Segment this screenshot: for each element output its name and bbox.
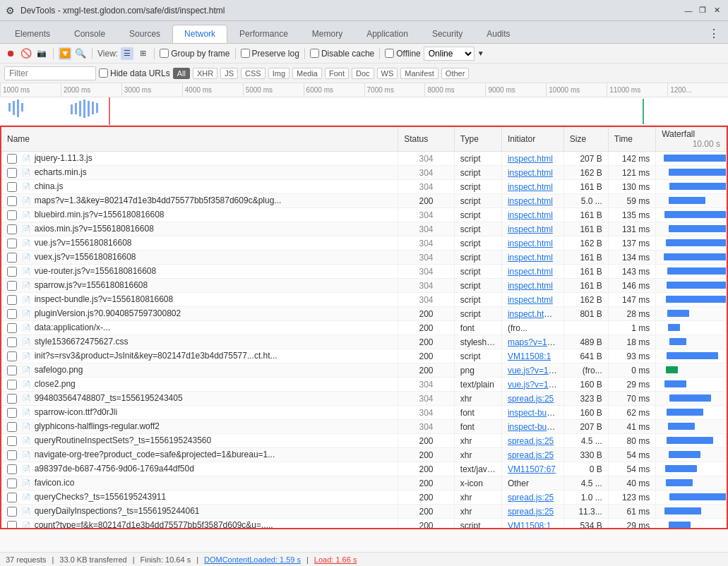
cell-initiator[interactable]: VM11507:67 xyxy=(501,462,563,476)
file-name[interactable]: style1536672475627.css xyxy=(35,337,129,347)
initiator-link[interactable]: VM11508:1 xyxy=(508,521,551,530)
close-button[interactable]: ✕ xyxy=(711,5,722,16)
cell-initiator[interactable]: inspect.html xyxy=(501,279,563,293)
cell-initiator[interactable]: inspect.html xyxy=(501,236,563,251)
list-view-button[interactable]: ☰ xyxy=(121,47,133,60)
record-button[interactable]: ⏺ xyxy=(4,47,17,60)
table-row[interactable]: 📄 style1536672475627.css 200 stylesheet … xyxy=(1,335,727,349)
table-row[interactable]: 📄 favicon.ico 200 x-icon Other 4.5 ... 4… xyxy=(1,476,727,490)
initiator-link[interactable]: vue.js?v=1556180816608... xyxy=(508,366,563,375)
disable-cache-checkbox[interactable] xyxy=(310,49,319,58)
table-row[interactable]: 📄 safelogo.png 200 png vue.js?v=15561808… xyxy=(1,363,727,378)
row-checkbox[interactable] xyxy=(7,366,17,375)
initiator-link[interactable]: inspect.html xyxy=(508,154,553,164)
initiator-link[interactable]: inspect.html xyxy=(508,295,553,305)
filter-font-button[interactable]: Font xyxy=(325,68,349,79)
filter-media-button[interactable]: Media xyxy=(292,68,322,79)
throttle-select[interactable]: Online Fast 3G Slow 3G Offline xyxy=(424,47,475,61)
file-name[interactable]: queryRoutineInspectSets?_ts=155619524356… xyxy=(35,435,212,445)
row-checkbox[interactable] xyxy=(7,239,17,248)
filter-manifest-button[interactable]: Manifest xyxy=(400,68,438,79)
file-name[interactable]: favicon.ico xyxy=(35,478,75,488)
header-status[interactable]: Status xyxy=(398,127,455,152)
initiator-link[interactable]: inspect-bundle.js?v=155... xyxy=(508,422,563,432)
grid-view-button[interactable]: ⊞ xyxy=(136,47,149,60)
minimize-button[interactable]: — xyxy=(683,5,694,16)
header-type[interactable]: Type xyxy=(454,127,501,152)
cell-initiator[interactable]: inspect.html xyxy=(501,265,563,279)
initiator-link[interactable]: spread.js:25 xyxy=(508,450,554,460)
row-checkbox[interactable] xyxy=(7,309,17,319)
file-name[interactable]: a98397de-b687-4756-9d06-1769a44df50d xyxy=(35,464,194,474)
row-checkbox[interactable] xyxy=(7,182,17,192)
row-checkbox[interactable] xyxy=(7,253,17,263)
initiator-link[interactable]: inspect.html xyxy=(508,239,553,248)
offline-checkbox[interactable] xyxy=(385,49,394,58)
file-name[interactable]: bluebird.min.js?v=1556180816608 xyxy=(35,210,165,219)
file-name[interactable]: close2.png xyxy=(35,379,76,389)
initiator-link[interactable]: inspect.html xyxy=(508,182,553,192)
disable-cache-checkbox-label[interactable]: Disable cache xyxy=(310,49,374,59)
row-checkbox[interactable] xyxy=(7,507,17,517)
file-name[interactable]: init?s=rsv3&product=JsInit&key=802147d1e… xyxy=(35,351,278,361)
initiator-link[interactable]: spread.js:25 xyxy=(508,493,554,502)
table-row[interactable]: 📄 echarts.min.js 304 script inspect.html… xyxy=(1,166,727,180)
row-checkbox[interactable] xyxy=(7,521,17,529)
cell-initiator[interactable]: spread.js:25 xyxy=(501,448,563,462)
table-row[interactable]: 📄 maps?v=1.3&key=802147d1e3b4dd75577bb5f… xyxy=(1,194,727,208)
file-name[interactable]: china.js xyxy=(35,181,64,191)
row-checkbox[interactable] xyxy=(7,154,17,164)
filter-all-button[interactable]: All xyxy=(173,68,190,79)
table-row[interactable]: 📄 sparrow.js?v=1556180816608 304 script … xyxy=(1,279,727,293)
table-row[interactable]: 📄 axios.min.js?v=1556180816608 304 scrip… xyxy=(1,222,727,236)
table-row[interactable]: 📄 vuex.js?v=1556180816608 304 script ins… xyxy=(1,251,727,265)
filter-js-button[interactable]: JS xyxy=(220,68,238,79)
throttle-dropdown-icon[interactable]: ▼ xyxy=(477,49,484,57)
file-name[interactable]: queryDailyInspections?_ts=1556195244061 xyxy=(35,506,200,516)
row-checkbox[interactable] xyxy=(7,351,17,361)
row-checkbox[interactable] xyxy=(7,196,17,206)
initiator-link[interactable]: VM11508:1 xyxy=(508,351,551,361)
row-checkbox[interactable] xyxy=(7,450,17,460)
row-checkbox[interactable] xyxy=(7,267,17,277)
cell-initiator[interactable]: spread.js:25 xyxy=(501,490,563,505)
clear-button[interactable]: 🚫 xyxy=(20,47,32,60)
initiator-link[interactable]: spread.js:25 xyxy=(508,507,554,517)
hide-data-urls-checkbox-label[interactable]: Hide data URLs xyxy=(99,68,170,78)
table-row[interactable]: 📄 navigate-org-tree?product_code=safe&pr… xyxy=(1,448,727,462)
filter-img-button[interactable]: Img xyxy=(268,68,290,79)
initiator-link[interactable]: inspect.html xyxy=(508,168,553,178)
cell-initiator[interactable]: inspect.html xyxy=(501,166,563,180)
initiator-link[interactable]: inspect.html xyxy=(508,253,553,263)
initiator-link[interactable]: inspect.html:17 xyxy=(508,309,563,319)
file-name[interactable]: sparrow-icon.ttf?d0rJli xyxy=(35,407,117,417)
cell-initiator[interactable]: inspect.html xyxy=(501,208,563,222)
table-row[interactable]: 📄 china.js 304 script inspect.html 161 B… xyxy=(1,180,727,194)
file-name[interactable]: sparrow.js?v=1556180816608 xyxy=(35,280,148,290)
table-row[interactable]: 📄 a98397de-b687-4756-9d06-1769a44df50d 2… xyxy=(1,462,727,476)
table-row[interactable]: 📄 inspect-bundle.js?v=1556180816608 304 … xyxy=(1,293,727,307)
file-name[interactable]: vue.js?v=1556180816608 xyxy=(35,238,132,248)
cell-initiator[interactable]: VM11508:1 xyxy=(501,519,563,530)
tab-security[interactable]: Security xyxy=(420,25,475,43)
cell-initiator[interactable]: inspect.html:17 xyxy=(501,307,563,321)
cell-initiator[interactable]: VM11508:1 xyxy=(501,349,563,363)
row-checkbox[interactable] xyxy=(7,168,17,178)
tab-sources[interactable]: Sources xyxy=(117,25,172,43)
cell-initiator[interactable]: inspect.html xyxy=(501,222,563,236)
header-size[interactable]: Size xyxy=(563,127,608,152)
row-checkbox[interactable] xyxy=(7,436,17,446)
cell-initiator[interactable]: inspect.html xyxy=(501,251,563,265)
header-initiator[interactable]: Initiator xyxy=(501,127,563,152)
hide-data-urls-checkbox[interactable] xyxy=(99,68,108,78)
initiator-link[interactable]: spread.js:25 xyxy=(508,394,554,404)
cell-initiator[interactable]: maps?v=1.3&key=80214... xyxy=(501,335,563,349)
table-row[interactable]: 📄 994803564748807_ts=1556195243405 304 x… xyxy=(1,392,727,406)
cell-initiator[interactable]: inspect-bundle.js?v=155... xyxy=(501,420,563,434)
capture-screenshot-button[interactable]: 📷 xyxy=(35,47,48,60)
table-row[interactable]: 📄 queryChecks?_ts=1556195243911 200 xhr … xyxy=(1,490,727,505)
tab-network[interactable]: Network xyxy=(172,25,227,43)
file-name[interactable]: data:application/x-... xyxy=(35,323,110,332)
cell-initiator[interactable]: spread.js:25 xyxy=(501,434,563,448)
cell-initiator[interactable]: inspect-bundle.js?v=155... xyxy=(501,406,563,420)
